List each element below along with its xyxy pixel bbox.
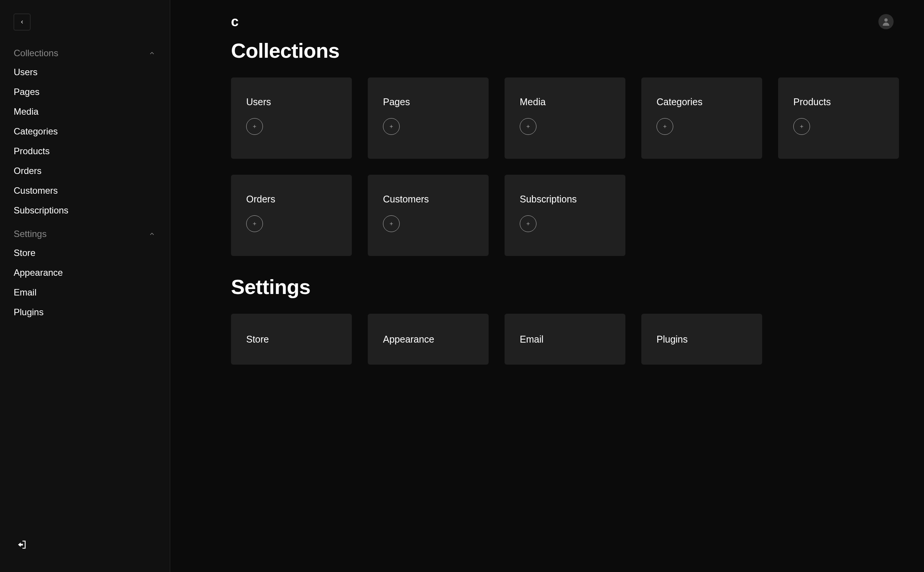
nav-section-header-collections[interactable]: Collections (14, 44, 162, 62)
card-media[interactable]: Media (505, 77, 625, 159)
card-subscriptions[interactable]: Subscriptions (505, 175, 625, 256)
plus-icon (662, 124, 668, 129)
plus-icon (525, 221, 531, 226)
chevron-left-icon (19, 19, 25, 25)
card-title: Products (793, 96, 884, 107)
nav-section-collections: Collections Users Pages Media Categories… (14, 44, 162, 220)
user-icon (881, 17, 891, 27)
topbar: c (170, 0, 924, 30)
sidebar-bottom (14, 539, 162, 564)
nav-section-header-settings[interactable]: Settings (14, 225, 162, 243)
logo[interactable]: c (231, 14, 238, 30)
card-appearance[interactable]: Appearance (368, 314, 489, 365)
add-categories-button[interactable] (657, 118, 673, 135)
card-title: Store (246, 334, 337, 345)
logout-button[interactable] (16, 539, 28, 551)
card-plugins[interactable]: Plugins (641, 314, 762, 365)
avatar-button[interactable] (878, 14, 894, 29)
plus-icon (252, 124, 257, 129)
card-title: Orders (246, 194, 337, 205)
card-email[interactable]: Email (505, 314, 625, 365)
card-title: Subscriptions (520, 194, 610, 205)
logout-icon (17, 539, 27, 550)
page-title-collections: Collections (231, 39, 894, 62)
nav-section-settings: Settings Store Appearance Email Plugins (14, 225, 162, 322)
sidebar-item-users[interactable]: Users (14, 62, 162, 82)
plus-icon (252, 221, 257, 226)
sidebar: Collections Users Pages Media Categories… (0, 0, 170, 572)
plus-icon (799, 124, 804, 129)
sidebar-item-subscriptions[interactable]: Subscriptions (14, 201, 162, 220)
plus-icon (389, 221, 394, 226)
section-title-settings: Settings (231, 275, 894, 299)
card-title: Categories (657, 96, 747, 107)
card-orders[interactable]: Orders (231, 175, 352, 256)
card-title: Plugins (657, 334, 747, 345)
card-title: Customers (383, 194, 473, 205)
card-title: Users (246, 96, 337, 107)
chevron-up-icon (149, 231, 155, 237)
nav-section-label: Settings (14, 229, 47, 239)
sidebar-item-customers[interactable]: Customers (14, 181, 162, 201)
sidebar-item-plugins[interactable]: Plugins (14, 302, 162, 322)
card-title: Pages (383, 96, 473, 107)
add-customers-button[interactable] (383, 215, 400, 232)
card-customers[interactable]: Customers (368, 175, 489, 256)
content: Collections Users Pages Media (170, 30, 924, 395)
card-title: Media (520, 96, 610, 107)
add-orders-button[interactable] (246, 215, 263, 232)
sidebar-item-products[interactable]: Products (14, 141, 162, 161)
add-subscriptions-button[interactable] (520, 215, 536, 232)
add-products-button[interactable] (793, 118, 810, 135)
nav-section-label: Collections (14, 48, 58, 58)
card-title: Email (520, 334, 610, 345)
sidebar-item-orders[interactable]: Orders (14, 161, 162, 181)
card-products[interactable]: Products (778, 77, 899, 159)
svg-point-0 (884, 18, 888, 22)
sidebar-item-pages[interactable]: Pages (14, 82, 162, 102)
plus-icon (389, 124, 394, 129)
sidebar-item-categories[interactable]: Categories (14, 122, 162, 141)
main-area: c Collections Users Pages (170, 0, 924, 572)
add-pages-button[interactable] (383, 118, 400, 135)
add-users-button[interactable] (246, 118, 263, 135)
card-store[interactable]: Store (231, 314, 352, 365)
card-users[interactable]: Users (231, 77, 352, 159)
sidebar-collapse-button[interactable] (14, 14, 30, 30)
sidebar-item-email[interactable]: Email (14, 283, 162, 302)
card-categories[interactable]: Categories (641, 77, 762, 159)
add-media-button[interactable] (520, 118, 536, 135)
settings-grid: Store Appearance Email Plugins (231, 314, 894, 365)
sidebar-item-store[interactable]: Store (14, 243, 162, 263)
collections-grid: Users Pages Media Categories (231, 77, 894, 256)
card-title: Appearance (383, 334, 473, 345)
plus-icon (525, 124, 531, 129)
sidebar-item-media[interactable]: Media (14, 102, 162, 122)
sidebar-item-appearance[interactable]: Appearance (14, 263, 162, 283)
chevron-up-icon (149, 50, 155, 57)
card-pages[interactable]: Pages (368, 77, 489, 159)
